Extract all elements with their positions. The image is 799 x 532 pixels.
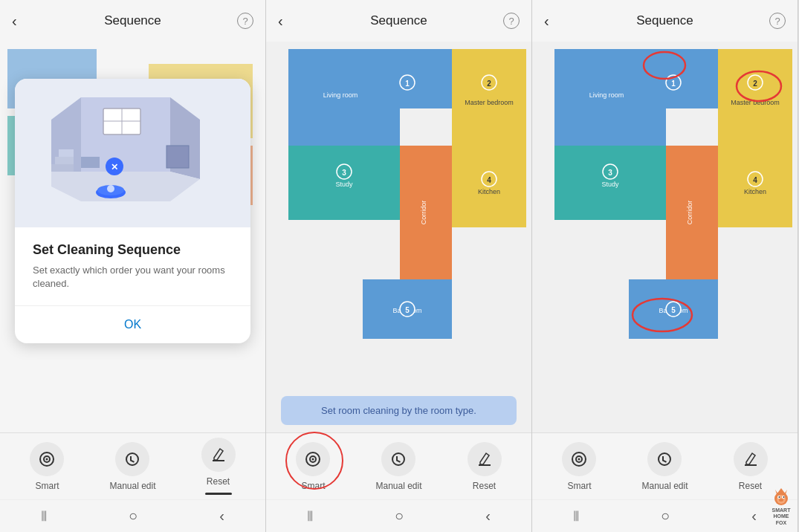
panel2-toolbar: Smart Manual edit Reset xyxy=(266,432,531,499)
manual-edit-label: Manual edit xyxy=(375,481,421,491)
panel-1: ‹ Sequence ? xyxy=(0,0,266,532)
svg-text:Study: Study xyxy=(601,181,619,188)
back-button[interactable]: ‹ xyxy=(12,13,17,30)
back-button[interactable]: ‹ xyxy=(544,13,549,30)
svg-text:2: 2 xyxy=(487,80,491,88)
svg-point-25 xyxy=(46,458,48,460)
logo-icon xyxy=(771,487,792,507)
manual-edit-tool[interactable]: Manual edit xyxy=(641,442,688,491)
logo-watermark: SMART HOME FOX xyxy=(771,487,792,526)
svg-text:Living room: Living room xyxy=(589,91,624,99)
dialog-title: Set Cleaning Sequence xyxy=(33,242,233,258)
tooltip-banner: Set room cleaning by the room type. xyxy=(281,396,517,425)
smart-icon xyxy=(562,442,596,476)
reset-tool[interactable]: Reset xyxy=(468,442,502,491)
panel3-toolbar: Smart Manual edit Reset xyxy=(532,432,798,499)
nav-home[interactable]: ○ xyxy=(129,507,138,525)
nav-back[interactable]: ‹ xyxy=(751,507,757,525)
svg-rect-17 xyxy=(81,157,100,168)
svg-text:4: 4 xyxy=(487,176,491,184)
svg-text:Corridor: Corridor xyxy=(420,201,427,225)
svg-text:Living room: Living room xyxy=(323,91,358,99)
reset-icon xyxy=(734,442,768,476)
dialog-text-area: Set Cleaning Sequence Set exactly which … xyxy=(15,227,250,291)
panel2-map-svg: Living room Master bedroom Study Corrido… xyxy=(266,42,531,383)
svg-text:5: 5 xyxy=(405,306,410,314)
help-button[interactable]: ? xyxy=(769,13,786,29)
svg-point-51 xyxy=(312,458,314,460)
nav-menu[interactable]: ⦀ xyxy=(307,507,313,525)
svg-text:1: 1 xyxy=(405,80,410,88)
svg-rect-20 xyxy=(51,164,74,172)
svg-text:3: 3 xyxy=(608,169,612,177)
smart-icon xyxy=(296,442,330,476)
reset-underline xyxy=(205,493,232,495)
svg-text:Kitchen: Kitchen xyxy=(478,188,500,195)
ok-button[interactable]: OK xyxy=(15,306,250,343)
panel-2: ‹ Sequence ? Living room Master bedroom … xyxy=(266,0,532,532)
smart-label: Smart xyxy=(301,481,325,491)
help-button[interactable]: ? xyxy=(237,13,253,29)
smart-label: Smart xyxy=(35,481,59,491)
nav-back[interactable]: ‹ xyxy=(485,507,491,525)
panel3-nav: ⦀ ○ ‹ xyxy=(532,499,798,532)
nav-menu[interactable]: ⦀ xyxy=(573,507,579,525)
panel2-nav: ⦀ ○ ‹ xyxy=(266,499,531,532)
svg-point-16 xyxy=(107,185,114,192)
manual-edit-tool[interactable]: Manual edit xyxy=(375,442,421,491)
panel2-floormap: Living room Master bedroom Study Corrido… xyxy=(266,42,531,432)
svg-rect-12 xyxy=(166,146,189,168)
panel-3: ‹ Sequence ? Living room Master bedroom … xyxy=(532,0,798,532)
reset-icon xyxy=(201,438,236,472)
manual-edit-tool[interactable]: Manual edit xyxy=(109,442,155,491)
panel1-toolbar: Smart Manual edit Reset xyxy=(0,432,265,499)
reset-label: Reset xyxy=(207,476,230,487)
panel3-map-svg: Living room Master bedroom Study Corrido… xyxy=(532,42,798,383)
dialog-description: Set exactly which order you want your ro… xyxy=(33,264,233,291)
nav-home[interactable]: ○ xyxy=(395,507,404,525)
smart-icon xyxy=(30,442,64,476)
panel2-header: ‹ Sequence ? xyxy=(266,0,531,42)
svg-marker-27 xyxy=(288,49,452,146)
svg-text:4: 4 xyxy=(753,176,757,184)
svg-point-90 xyxy=(783,496,785,498)
nav-back[interactable]: ‹ xyxy=(219,507,224,525)
svg-text:Corridor: Corridor xyxy=(686,201,693,225)
svg-point-80 xyxy=(578,458,580,460)
nav-menu[interactable]: ⦀ xyxy=(41,507,47,525)
panel1-nav: ⦀ ○ ‹ xyxy=(0,499,265,532)
manual-edit-label: Manual edit xyxy=(109,481,155,491)
reset-tool[interactable]: Reset xyxy=(201,438,236,495)
page-title: Sequence xyxy=(370,13,427,28)
page-title: Sequence xyxy=(636,13,693,28)
manual-edit-icon xyxy=(381,442,415,476)
dialog-illustration: ✕ xyxy=(15,79,250,227)
svg-text:Study: Study xyxy=(335,181,353,188)
manual-edit-icon xyxy=(647,442,682,476)
logo-text: SMART HOME FOX xyxy=(772,507,791,526)
reset-label: Reset xyxy=(739,481,762,491)
smart-tool[interactable]: Smart xyxy=(562,442,596,491)
fox-icon xyxy=(771,487,792,507)
reset-label: Reset xyxy=(473,481,496,491)
back-button[interactable]: ‹ xyxy=(278,13,283,30)
svg-text:5: 5 xyxy=(671,306,676,314)
reset-icon xyxy=(468,442,502,476)
panel3-floormap: Living room Master bedroom Study Corrido… xyxy=(532,42,798,432)
svg-marker-53 xyxy=(554,49,718,146)
tooltip-text: Set room cleaning by the room type. xyxy=(321,405,476,416)
help-button[interactable]: ? xyxy=(503,13,520,29)
svg-text:Kitchen: Kitchen xyxy=(744,188,766,195)
smart-tool[interactable]: Smart xyxy=(296,442,330,491)
smart-label: Smart xyxy=(567,481,591,491)
panel1-content: ✕ Set Cleaning Sequence Set exactly whic… xyxy=(0,42,265,432)
set-cleaning-sequence-dialog: ✕ Set Cleaning Sequence Set exactly whic… xyxy=(15,79,250,343)
panel1-header: ‹ Sequence ? xyxy=(0,0,265,42)
nav-home[interactable]: ○ xyxy=(661,507,670,525)
manual-edit-label: Manual edit xyxy=(641,481,688,491)
svg-rect-22 xyxy=(59,149,74,157)
reset-tool[interactable]: Reset xyxy=(734,442,768,491)
page-title: Sequence xyxy=(104,13,161,28)
smart-tool[interactable]: Smart xyxy=(30,442,64,491)
svg-point-91 xyxy=(779,499,783,502)
